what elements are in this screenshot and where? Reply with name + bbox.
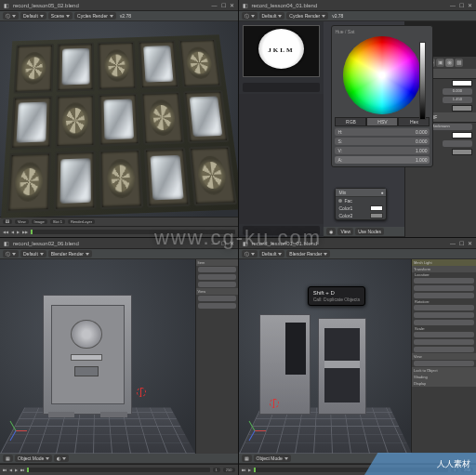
s-field[interactable]: S:0.000	[335, 138, 430, 145]
editor-type-dropdown[interactable]: ⓘ	[3, 250, 19, 257]
renderlayer-dropdown[interactable]: RenderLayer	[68, 219, 95, 224]
play-icon[interactable]: ▶	[15, 468, 18, 472]
tab-hsv[interactable]: HSV	[366, 117, 398, 126]
play-reverse-icon[interactable]: ◀	[9, 468, 12, 472]
play-icon[interactable]: ▶	[248, 468, 251, 472]
view-header[interactable]: View	[412, 353, 476, 360]
end-frame[interactable]: 250	[223, 468, 235, 472]
transform-header[interactable]: Transform	[412, 266, 476, 272]
editor-type-dropdown[interactable]: ⓘ	[3, 12, 19, 20]
image-editor-viewport[interactable]	[0, 21, 238, 217]
timeline[interactable]: ⏮ ◀ ▶ ⏭ 1 250	[0, 464, 238, 475]
screen-layout-dropdown[interactable]: Default	[259, 250, 285, 257]
lock-header[interactable]: Lock to Object	[412, 367, 476, 374]
cabinet-model-b[interactable]	[318, 318, 366, 416]
transform-header[interactable]: Item	[196, 259, 238, 266]
minimize-icon[interactable]: —	[212, 3, 218, 8]
material-selector[interactable]	[243, 226, 321, 235]
loc-z-field[interactable]	[414, 293, 474, 298]
view-menu[interactable]: View	[15, 219, 29, 224]
close-icon[interactable]: ✕	[230, 2, 234, 8]
version-label: v2.78	[332, 13, 343, 19]
editor-type-icon[interactable]: ▦	[242, 455, 252, 462]
viewport-header[interactable]	[243, 83, 321, 92]
jump-start-icon[interactable]: ⏮	[242, 468, 245, 472]
timeline[interactable]: ◀◀◀▶▶▶	[0, 226, 238, 237]
mode-dropdown[interactable]: Object Mode	[15, 455, 52, 462]
slot-dropdown[interactable]: Slot 1	[50, 219, 65, 224]
color1-socket[interactable]: Color1	[338, 205, 352, 211]
rot-x-field[interactable]	[414, 305, 474, 310]
render-engine-dropdown[interactable]: Cycles Render	[286, 12, 328, 20]
3d-viewport[interactable]	[0, 259, 195, 454]
3d-viewport[interactable]: Shift + D Call: Duplicate Objects	[239, 259, 412, 454]
lens-field[interactable]	[414, 361, 474, 366]
render-engine-dropdown[interactable]: Blender Render	[48, 250, 92, 257]
normal-socket[interactable]	[452, 105, 472, 112]
cabinet-model-a[interactable]	[259, 314, 311, 416]
ior-slider[interactable]: 1.450	[443, 97, 472, 103]
minimize-icon[interactable]: —	[450, 241, 456, 246]
h-field[interactable]: H:0.000	[335, 128, 430, 136]
screen-layout-dropdown[interactable]: Default	[20, 250, 46, 257]
render-engine-dropdown[interactable]: Cycles Render	[74, 12, 116, 20]
close-icon[interactable]: ✕	[468, 2, 472, 8]
a-field[interactable]: A:1.000	[335, 156, 430, 164]
view-menu[interactable]: View	[337, 228, 353, 235]
mode-dropdown[interactable]: Object Mode	[254, 455, 291, 462]
screen-layout-dropdown[interactable]: Default	[259, 12, 285, 20]
tab-rgb[interactable]: RGB	[335, 117, 366, 126]
editor-type-icon[interactable]: ▦	[3, 455, 13, 462]
window-titlebar: ◧ record_lesson05_02.blend — ☐ ✕	[0, 0, 238, 11]
start-frame[interactable]: 1	[213, 468, 220, 472]
minimize-icon[interactable]: —	[450, 3, 456, 8]
node-editor[interactable]: Hue / Sat RGB HSV Hex H:0.000 S:0.000 V:…	[324, 21, 404, 237]
scale-z-field[interactable]	[414, 347, 474, 352]
v-field[interactable]: V:1.000	[335, 147, 430, 154]
loc-y[interactable]	[198, 274, 236, 280]
maximize-icon[interactable]: ☐	[459, 240, 464, 246]
glossy-color-swatch[interactable]	[452, 132, 472, 139]
roughness-slider[interactable]: 0.000	[443, 88, 472, 95]
loc-z[interactable]	[198, 282, 236, 287]
loc-x-field[interactable]	[414, 278, 474, 284]
image-menu[interactable]: Image	[32, 219, 47, 224]
color2-socket[interactable]: Color2	[338, 213, 352, 218]
render-engine-dropdown[interactable]: Blender Render	[286, 250, 330, 257]
color-mode-tabs[interactable]: RGB HSV Hex	[335, 117, 430, 126]
maximize-icon[interactable]: ☐	[221, 2, 226, 8]
jump-end-icon[interactable]: ⏭	[20, 468, 24, 472]
minimize-icon[interactable]: —	[212, 241, 218, 246]
scale-y-field[interactable]	[414, 339, 474, 345]
glossy-roughness[interactable]	[443, 140, 472, 147]
jump-start-icon[interactable]: ⏮	[3, 468, 7, 472]
scene-dropdown[interactable]: Scene	[48, 12, 73, 20]
loc-y-field[interactable]	[414, 285, 474, 291]
editor-type-dropdown[interactable]: ⓘ	[242, 250, 258, 257]
shading-header[interactable]: Shading	[412, 374, 476, 380]
use-nodes-toggle[interactable]: Use Nodes	[355, 228, 384, 235]
render-preview[interactable]: JKLM	[243, 25, 321, 77]
editor-type-dropdown[interactable]: ⓘ	[242, 12, 258, 20]
editor-type-icon[interactable]: ◉	[326, 228, 336, 235]
color-swatch[interactable]	[452, 80, 472, 86]
maximize-icon[interactable]: ☐	[221, 240, 226, 246]
close-icon[interactable]: ✕	[230, 240, 234, 246]
display-header[interactable]: Display	[412, 380, 476, 387]
mix-node[interactable]: Mix● Fac Color1 Color2	[335, 188, 387, 220]
shading-dropdown[interactable]: ◐	[54, 455, 69, 462]
screen-layout-dropdown[interactable]: Default	[20, 12, 46, 20]
close-icon[interactable]: ✕	[468, 240, 472, 246]
rot-y-field[interactable]	[414, 312, 474, 318]
loc-x[interactable]	[198, 267, 236, 272]
rot-z-field[interactable]	[414, 320, 474, 325]
secondary-viewport[interactable]	[239, 94, 324, 224]
color-wheel[interactable]	[343, 36, 421, 114]
maximize-icon[interactable]: ☐	[459, 2, 464, 8]
scale-x-field[interactable]	[414, 332, 474, 337]
mesh-light-header[interactable]: Mesh Light	[412, 259, 476, 266]
color-picker-popup[interactable]: Hue / Sat RGB HSV Hex H:0.000 S:0.000 V:…	[331, 25, 433, 167]
safe-model[interactable]	[43, 295, 132, 416]
editor-type-icon[interactable]: 🖼	[3, 219, 12, 224]
value-slider[interactable]	[419, 42, 426, 120]
